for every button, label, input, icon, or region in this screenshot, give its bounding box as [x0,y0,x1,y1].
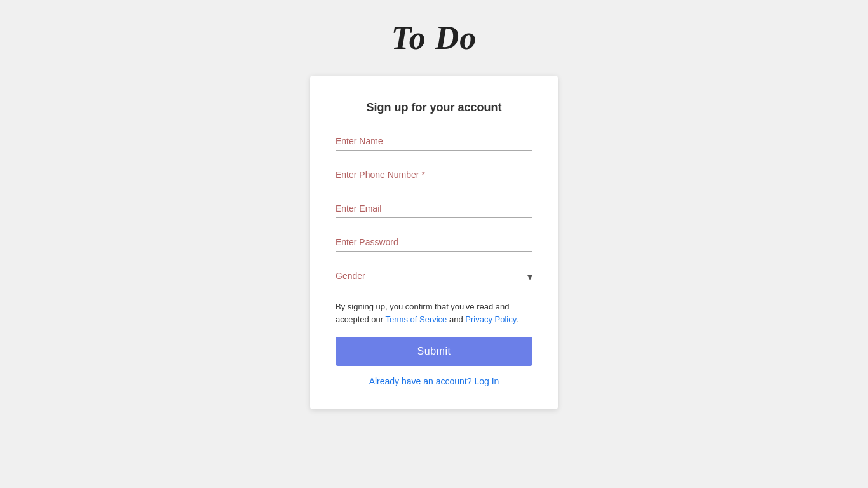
gender-field: Gender Male Female Other ▾ [336,267,532,285]
email-input[interactable] [336,200,532,218]
privacy-policy-link[interactable]: Privacy Policy [465,315,516,324]
password-field [336,233,532,252]
email-field [336,200,532,218]
signup-form: Gender Male Female Other ▾ By signing up… [336,132,532,386]
terms-of-service-link[interactable]: Terms of Service [386,315,447,324]
phone-field [336,166,532,184]
signup-card: Sign up for your account Gender Male Fem… [310,76,558,409]
name-field [336,132,532,151]
gender-select[interactable]: Gender Male Female Other [336,267,532,285]
app-title: To Do [391,19,477,57]
login-link[interactable]: Already have an account? Log In [336,376,532,386]
name-input[interactable] [336,132,532,151]
terms-text: By signing up, you confirm that you've r… [336,301,532,325]
card-title: Sign up for your account [366,101,501,114]
phone-input[interactable] [336,166,532,184]
submit-button[interactable]: Submit [336,337,532,366]
password-input[interactable] [336,233,532,252]
